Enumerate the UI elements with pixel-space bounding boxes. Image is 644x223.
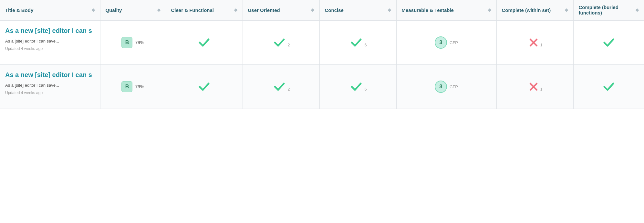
cell-measurable-0: 3 CFP [396, 20, 496, 65]
quality-letter: B [121, 81, 132, 92]
title-link[interactable]: As a new [site] editor I can s [5, 26, 95, 35]
cell-clear-1 [166, 65, 243, 109]
sort-icon-quality[interactable] [157, 8, 161, 12]
cell-user-0: 2 [243, 20, 319, 65]
x-icon: 1 [527, 81, 543, 93]
col-header-complete-set[interactable]: Complete (within set) [496, 0, 573, 20]
cell-concise-0: 6 [319, 20, 396, 65]
cell-user-1: 2 [243, 65, 319, 109]
title-updated: Updated 4 weeks ago [5, 91, 95, 95]
title-body: As a [site] editor I can save... [5, 82, 95, 89]
quality-percent: 79% [135, 84, 144, 89]
quality-letter: B [121, 37, 132, 48]
cfp-circle: 3 [435, 36, 447, 49]
table-row: As a new [site] editor I can s As a [sit… [0, 65, 644, 109]
check-subscript: 2 [288, 43, 290, 47]
cfp-label: CFP [450, 84, 458, 89]
cell-measurable-1: 3 CFP [396, 65, 496, 109]
cell-title-0: As a new [site] editor I can s As a [sit… [0, 20, 100, 65]
cell-quality-0: B 79% [100, 20, 166, 65]
col-header-measurable[interactable]: Measurable & Testable [396, 0, 496, 20]
quality-badge: B 79% [121, 37, 144, 48]
cell-concise-1: 6 [319, 65, 396, 109]
col-header-user[interactable]: User Oriented [243, 0, 319, 20]
title-updated: Updated 4 weeks ago [5, 46, 95, 51]
check-icon: 2 [272, 80, 290, 94]
table-wrapper: Title & Body Quality [0, 0, 644, 109]
title-body: As a [site] editor I can save... [5, 38, 95, 44]
check-icon: 6 [349, 80, 367, 94]
quality-percent: 79% [135, 40, 144, 45]
table-header-row: Title & Body Quality [0, 0, 644, 20]
x-subscript: 1 [540, 43, 543, 47]
check-icon [197, 35, 211, 50]
cell-complete-set-0: 1 [496, 20, 573, 65]
cfp-container: 3 CFP [435, 36, 458, 49]
sort-icon-complete-set[interactable] [565, 8, 568, 12]
sort-icon-title[interactable] [92, 8, 95, 12]
check-subscript: 6 [365, 43, 367, 47]
cell-complete-set-1: 1 [496, 65, 573, 109]
x-icon: 1 [527, 36, 543, 49]
cell-complete-buried-0 [573, 20, 644, 65]
check-subscript: 6 [365, 87, 367, 91]
sort-icon-complete-buried[interactable] [636, 8, 639, 12]
cfp-label: CFP [450, 40, 458, 45]
sort-icon-concise[interactable] [388, 8, 391, 12]
check-icon [197, 80, 211, 94]
x-subscript: 1 [540, 87, 543, 92]
sort-icon-user[interactable] [311, 8, 314, 12]
cell-title-1: As a new [site] editor I can s As a [sit… [0, 65, 100, 109]
check-subscript: 2 [288, 87, 290, 91]
check-icon: 2 [272, 35, 290, 50]
cell-clear-0 [166, 20, 243, 65]
col-header-concise[interactable]: Concise [319, 0, 396, 20]
quality-badge: B 79% [121, 81, 144, 92]
cfp-container: 3 CFP [435, 81, 458, 93]
check-icon [602, 80, 616, 94]
table-row: As a new [site] editor I can s As a [sit… [0, 20, 644, 65]
col-header-title[interactable]: Title & Body [0, 0, 100, 20]
col-header-quality[interactable]: Quality [100, 0, 166, 20]
cell-quality-1: B 79% [100, 65, 166, 109]
cfp-circle: 3 [435, 81, 447, 93]
check-icon: 6 [349, 35, 367, 50]
col-header-complete-buried[interactable]: Complete (buried functions) [573, 0, 644, 20]
cell-complete-buried-1 [573, 65, 644, 109]
col-header-clear[interactable]: Clear & Functional [166, 0, 243, 20]
title-link[interactable]: As a new [site] editor I can s [5, 71, 95, 79]
main-table: Title & Body Quality [0, 0, 644, 109]
check-icon [602, 35, 616, 50]
sort-icon-clear[interactable] [234, 8, 237, 12]
sort-icon-measurable[interactable] [488, 8, 491, 12]
